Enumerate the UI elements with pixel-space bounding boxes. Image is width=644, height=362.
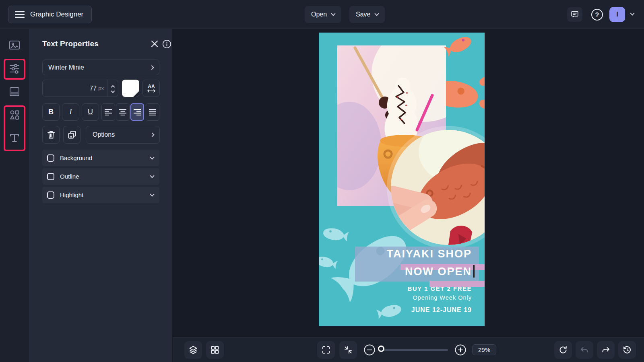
bold-label: B: [48, 108, 54, 116]
align-right-button[interactable]: [130, 103, 144, 121]
align-center-button[interactable]: [116, 103, 130, 121]
expand-icon: [321, 345, 331, 355]
app-menu-button[interactable]: Graphic Designer: [8, 6, 92, 23]
open-button[interactable]: Open: [305, 6, 341, 23]
align-right-icon: [133, 109, 141, 116]
close-icon: [151, 40, 158, 47]
stepper-down-icon[interactable]: [111, 89, 115, 93]
help-button[interactable]: ?: [590, 8, 604, 21]
chevron-right-icon: [149, 65, 154, 70]
canvas-area[interactable]: TAIYAKI SHOP NOW OPEN BUY 1 GET 2 FREE O…: [173, 29, 644, 337]
zoom-slider-handle[interactable]: [378, 346, 384, 352]
fish-silhouette[interactable]: [321, 224, 350, 245]
account-chevron-down-icon[interactable]: [630, 11, 634, 15]
font-size-stepper[interactable]: [107, 80, 118, 97]
close-panel-button[interactable]: [151, 40, 158, 47]
underline-button[interactable]: U: [82, 103, 99, 121]
undo-button[interactable]: [576, 341, 593, 359]
pages-grid-button[interactable]: [206, 341, 224, 359]
zoom-out-button[interactable]: [363, 344, 376, 356]
hamburger-icon[interactable]: [15, 11, 25, 18]
options-button[interactable]: Options: [86, 126, 160, 144]
text-icon: [9, 132, 20, 144]
redo-icon: [601, 345, 611, 355]
sidebar-item-text[interactable]: [9, 132, 20, 144]
chevron-right-icon: [150, 132, 154, 137]
sliders-icon: [9, 63, 20, 74]
sidebar-item-shapes[interactable]: [9, 109, 20, 121]
poster-title-line2[interactable]: NOW OPEN: [405, 265, 472, 278]
background-label: Background: [60, 154, 151, 161]
grid-icon: [211, 346, 219, 354]
zoom-in-button[interactable]: [454, 344, 466, 356]
poster-promo-line2[interactable]: Opening Week Only: [413, 294, 472, 301]
text-cursor: [473, 265, 475, 278]
actual-size-button[interactable]: [339, 341, 357, 359]
duplicate-icon: [68, 130, 76, 139]
layout-icon: [9, 86, 20, 97]
avatar[interactable]: I: [609, 7, 625, 22]
zoom-value: 29%: [478, 346, 490, 353]
chevron-down-icon[interactable]: [150, 173, 154, 178]
outline-toggle-row[interactable]: Outline: [42, 168, 159, 185]
background-toggle-row[interactable]: Background: [42, 150, 159, 166]
svg-text:?: ?: [595, 12, 599, 19]
design-poster[interactable]: TAIYAKI SHOP NOW OPEN BUY 1 GET 2 FREE O…: [319, 33, 485, 326]
history-button[interactable]: [618, 341, 636, 359]
help-icon: ?: [590, 8, 604, 21]
trash-icon: [47, 130, 56, 139]
fish-silhouette[interactable]: [375, 300, 404, 323]
poster-title-line1[interactable]: TAIYAKI SHOP: [386, 248, 472, 260]
zoom-percentage-field[interactable]: 29%: [472, 344, 496, 355]
align-left-button[interactable]: [101, 103, 115, 121]
sidebar-item-adjust[interactable]: [9, 63, 20, 74]
refresh-icon: [558, 345, 568, 355]
zoom-slider[interactable]: [381, 349, 448, 351]
font-size-unit: px: [98, 85, 104, 91]
font-family-select[interactable]: Winter Minie: [42, 60, 159, 75]
feedback-button[interactable]: [567, 7, 582, 22]
panel-title: Text Properties: [42, 39, 99, 48]
fit-screen-button[interactable]: [317, 341, 335, 359]
refresh-button[interactable]: [554, 341, 572, 359]
fish-orange-small[interactable]: [442, 33, 476, 60]
stepper-up-icon[interactable]: [111, 85, 115, 89]
highlight-toggle-row[interactable]: Highlight: [42, 187, 159, 203]
highlight-checkbox[interactable]: [47, 191, 54, 199]
letter-spacing-button[interactable]: AA: [142, 80, 160, 97]
image-icon: [9, 39, 20, 51]
bold-button[interactable]: B: [42, 103, 60, 121]
poster-dates[interactable]: JUNE 12-JUNE 19: [411, 306, 472, 314]
zoom-out-icon: [363, 344, 376, 356]
undo-icon: [580, 345, 589, 355]
highlight-label: Highlight: [60, 191, 151, 198]
letter-spacing-icon: AA: [146, 83, 157, 94]
duplicate-button[interactable]: [63, 126, 80, 144]
chevron-down-icon[interactable]: [150, 155, 154, 159]
redo-button[interactable]: [597, 341, 615, 359]
info-icon: [162, 39, 171, 49]
save-button[interactable]: Save: [349, 6, 385, 23]
avatar-initial: I: [616, 10, 618, 19]
outline-checkbox[interactable]: [47, 173, 54, 180]
delete-button[interactable]: [42, 126, 60, 144]
text-color-swatch[interactable]: [122, 80, 139, 97]
tool-rail: [0, 29, 29, 362]
save-label: Save: [356, 11, 370, 18]
align-justify-button[interactable]: [146, 103, 159, 121]
chevron-down-icon[interactable]: [150, 192, 154, 196]
options-label: Options: [93, 131, 115, 138]
shapes-icon: [9, 109, 20, 121]
sidebar-item-templates[interactable]: [9, 86, 20, 97]
chevron-down-icon: [375, 11, 379, 16]
italic-button[interactable]: I: [62, 103, 79, 121]
sidebar-item-images[interactable]: [9, 39, 20, 51]
align-justify-icon: [149, 109, 157, 116]
poster-promo-line1[interactable]: BUY 1 GET 2 FREE: [407, 285, 472, 292]
info-button[interactable]: [162, 39, 171, 49]
text-properties-panel: Text Properties Winter Minie 77 px AA: [29, 29, 172, 362]
background-checkbox[interactable]: [47, 154, 54, 162]
underline-label: U: [88, 108, 93, 116]
font-size-input[interactable]: 77 px: [42, 80, 118, 97]
layers-button[interactable]: [184, 341, 202, 359]
